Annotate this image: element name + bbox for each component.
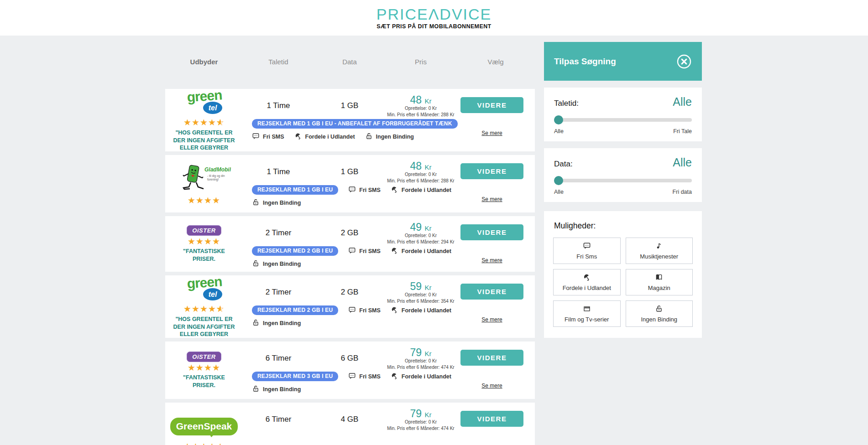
oister-logo: OiSTER — [187, 352, 221, 362]
price-value: 48 Kr — [385, 94, 456, 105]
data-value: 2 GB — [314, 288, 385, 297]
se-mere-link[interactable]: Se mere — [456, 383, 528, 389]
se-mere-link[interactable]: Se mere — [456, 316, 528, 323]
videre-button[interactable]: VIDERE — [460, 163, 523, 179]
option-musiktjenester[interactable]: Musiktjenester — [626, 238, 693, 264]
filter-label: Taletid: — [554, 99, 579, 108]
price-oprettelse: Oprettelse: 0 Kr — [385, 105, 456, 112]
star-icon: ★ — [196, 237, 204, 246]
site-logo[interactable]: PRICEΛDVICE — [376, 6, 492, 22]
option-fordele-i-udlandet[interactable]: Fordele i Udlandet — [553, 269, 621, 295]
data-value: 2 GB — [314, 228, 385, 238]
option-ingen-binding[interactable]: Ingen Binding — [626, 300, 693, 327]
slider-track[interactable] — [554, 118, 692, 122]
provider-quote: "FANTASTISKE PRISER. — [173, 248, 235, 263]
provider-quote: "FANTASTISKE PRISER. — [173, 374, 235, 389]
svg-text:forening!: forening! — [207, 178, 219, 181]
oister-logo: OiSTER — [187, 225, 221, 236]
feature-fordele-i-udlandet: Fordele i Udlandet — [391, 186, 451, 195]
column-header-taletid[interactable]: Taletid — [243, 58, 314, 66]
site-header: PRICEΛDVICE SÆT PRIS PÅ DIT MOBILABONNEM… — [0, 0, 868, 36]
umbrella-icon — [391, 372, 398, 381]
star-icon: ★ — [183, 442, 192, 445]
feature-fordele-i-udlandet: Fordele i Udlandet — [294, 132, 355, 141]
lock-icon — [252, 259, 260, 269]
close-icon[interactable] — [676, 54, 692, 69]
videre-button[interactable]: VIDERE — [460, 411, 523, 427]
options-grid: Fri SmsMusiktjenesterFordele i UdlandetM… — [553, 238, 693, 327]
provider-cell: GreenSpeak ★★★★★ — [165, 403, 243, 445]
plan-features: REJSEKLAR MED 2 GB I EU Fri SMSFordele i… — [252, 305, 470, 328]
taletid-value: 2 Timer — [243, 288, 314, 297]
plans-table: Udbyder Taletid Data Pris Vælg greentel … — [165, 53, 535, 445]
column-header-udbyder[interactable]: Udbyder — [165, 58, 243, 66]
column-header-data[interactable]: Data — [314, 58, 385, 66]
options-card: Muligheder: Fri SmsMusiktjenesterFordele… — [544, 211, 702, 338]
star-icon: ★ — [212, 196, 220, 205]
plan-features: REJSEKLAR MED 1 GB I EU - ANBEFALET AF F… — [252, 119, 470, 141]
price-cell: 59 Kr Oprettelse: 0 Kr Min. Pris efter 6… — [385, 281, 456, 305]
videre-button[interactable]: VIDERE — [460, 350, 523, 366]
se-mere-link[interactable]: Se mere — [456, 257, 528, 264]
roaming-badge: REJSEKLAR MED 1 GB I EU - ANBEFALET AF F… — [252, 119, 458, 129]
data-value: 1 GB — [314, 101, 385, 110]
provider-cell: OiSTER ★★★★ "FANTASTISKE PRISER. — [165, 342, 243, 399]
feature-fordele-i-udlandet: Fordele i Udlandet — [391, 247, 451, 256]
taletid-value: 6 Timer — [243, 415, 314, 424]
sidebar-header: Tilpas Søgning — [544, 42, 702, 81]
filter-sidebar: Tilpas Søgning Taletid: Alle Alle Fri Ta… — [544, 42, 702, 338]
price-cell: 49 Kr Oprettelse: 0 Kr Min. Pris efter 6… — [385, 222, 456, 245]
feature-ingen-binding: Ingen Binding — [252, 198, 301, 207]
svg-text:GladMobil: GladMobil — [204, 166, 231, 173]
se-mere-link[interactable]: Se mere — [456, 196, 528, 202]
filter-cards: Taletid: Alle Alle Fri Tale Data: Alle A… — [544, 88, 702, 202]
sms-icon — [348, 247, 356, 256]
star-icon: ★ — [208, 442, 216, 445]
filter-card: Taletid: Alle Alle Fri Tale — [544, 88, 702, 141]
greenspeak-logo: GreenSpeak — [170, 418, 238, 435]
sms-icon — [583, 242, 591, 251]
column-header-pris[interactable]: Pris — [385, 58, 456, 66]
slider-track[interactable] — [554, 179, 692, 182]
star-icon: ★ — [192, 442, 200, 445]
videre-button[interactable]: VIDERE — [460, 284, 523, 300]
option-fri-sms[interactable]: Fri Sms — [553, 238, 621, 264]
price-min: Min. Pris efter 6 Måneder: 294 Kr — [385, 239, 456, 245]
price-cell: 48 Kr Oprettelse: 0 Kr Min. Pris efter 6… — [385, 94, 456, 118]
slider-min-label: Alle — [554, 128, 564, 135]
column-header-vaelg[interactable]: Vælg — [456, 58, 535, 66]
slider-thumb[interactable] — [554, 115, 563, 124]
sms-icon — [348, 372, 356, 381]
option-magazin[interactable]: Magazin — [626, 269, 693, 295]
star-icon: ★ — [183, 118, 192, 127]
sidebar-title: Tilpas Søgning — [554, 57, 616, 67]
price-oprettelse: Oprettelse: 0 Kr — [385, 419, 456, 425]
magazine-icon — [655, 273, 663, 283]
star-icon: ★ — [216, 442, 225, 445]
filter-slider[interactable] — [554, 115, 692, 124]
filter-slider[interactable] — [554, 176, 692, 185]
slider-thumb[interactable] — [554, 176, 563, 185]
provider-cell: GladMobil- til dig og dinforening! ★★★★ — [165, 155, 243, 212]
option-film-og-tv-serier[interactable]: Film og Tv-serier — [553, 300, 621, 327]
data-value: 6 GB — [314, 354, 385, 363]
umbrella-icon — [391, 247, 398, 256]
star-icon: ★ — [208, 304, 216, 314]
umbrella-icon — [583, 273, 591, 283]
lock-icon — [252, 385, 260, 394]
data-value: 4 GB — [314, 415, 385, 424]
price-value: 79 Kr — [385, 408, 456, 419]
table-row: OiSTER ★★★★ "FANTASTISKE PRISER. 6 Timer… — [165, 342, 535, 399]
provider-quote: "HOS GREENTEL ER DER INGEN AFGIFTER ELLE… — [173, 316, 235, 338]
taletid-value: 1 Time — [243, 167, 314, 176]
provider-logo-slot: OiSTER — [187, 225, 221, 236]
music-icon — [655, 242, 663, 251]
table-row: GreenSpeak ★★★★★ 6 Timer 4 GB 79 Kr Opre… — [165, 403, 535, 445]
price-min: Min. Pris efter 6 Måneder: 474 Kr — [385, 425, 456, 432]
videre-button[interactable]: VIDERE — [460, 97, 523, 113]
se-mere-link[interactable]: Se mere — [456, 130, 528, 136]
sms-icon — [348, 186, 356, 195]
videre-button[interactable]: VIDERE — [460, 224, 523, 240]
provider-logo-slot: greentel — [180, 88, 228, 117]
umbrella-icon — [294, 132, 302, 141]
